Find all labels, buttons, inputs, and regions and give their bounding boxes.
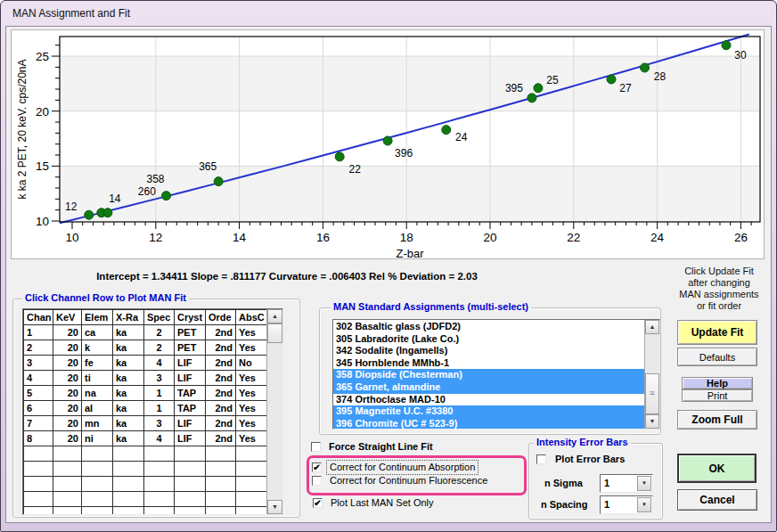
- channel-row[interactable]: 620alka1TAP2ndYes: [24, 401, 267, 416]
- table-empty-row[interactable]: [24, 446, 267, 462]
- standard-item[interactable]: 302 Basaltic glass (JDFD2): [333, 321, 644, 333]
- svg-text:27: 27: [619, 82, 632, 94]
- scroll-down-icon[interactable]: ▼: [645, 414, 659, 429]
- standard-item[interactable]: 345 Hornblende MMhb-1: [333, 357, 644, 370]
- force-straight-line-label[interactable]: Force Straight Line Fit: [329, 441, 433, 453]
- n-sigma-select[interactable]: 1 ▼: [600, 474, 653, 493]
- standards-listbox[interactable]: 302 Basaltic glass (JDFD2)305 Labradorit…: [332, 319, 660, 430]
- man-fit-plot[interactable]: 1012141618202224261015202512142603583652…: [11, 29, 765, 259]
- standard-item[interactable]: 365 Garnet, almandine: [333, 381, 644, 394]
- svg-text:26: 26: [734, 231, 748, 244]
- channel-table-group-title: Click Channel Row to Plot MAN Fit: [22, 292, 189, 303]
- grip-icon: ≡: [650, 389, 654, 397]
- table-scrollbar[interactable]: ▲ ▼: [266, 309, 282, 514]
- svg-text:12: 12: [149, 231, 162, 244]
- scroll-down-icon[interactable]: ▼: [267, 500, 282, 514]
- n-sigma-value: 1: [604, 478, 609, 488]
- svg-text:25: 25: [546, 74, 559, 86]
- scroll-up-icon[interactable]: ▲: [267, 309, 282, 323]
- title-bar[interactable]: MAN Assignment and Fit: [1, 1, 776, 27]
- continuum-fluorescence-checkbox[interactable]: [312, 476, 322, 486]
- standard-item[interactable]: 358 Diopside (Chesterman): [333, 369, 644, 381]
- svg-text:396: 396: [395, 147, 413, 160]
- note-line: after changing: [667, 277, 772, 289]
- channel-grid[interactable]: ChanKeVElemX-RaSpecCrystOrdeAbsC120caka2…: [23, 309, 267, 515]
- help-button[interactable]: Help: [682, 377, 753, 389]
- plot-error-bars-checkbox[interactable]: [536, 454, 546, 464]
- standard-item[interactable]: 396 Chromite (UC # 523-9): [333, 418, 644, 430]
- svg-text:Z-bar: Z-bar: [396, 247, 424, 258]
- channel-row[interactable]: 420tika3LIF2ndYes: [24, 371, 267, 386]
- update-fit-button[interactable]: Update Fit: [677, 320, 757, 345]
- ok-button[interactable]: OK: [677, 454, 757, 483]
- svg-text:260: 260: [138, 185, 156, 198]
- chevron-down-icon[interactable]: ▼: [637, 497, 651, 512]
- list-scrollbar[interactable]: ▲ ≡ ▼: [644, 320, 659, 429]
- svg-text:24: 24: [650, 231, 665, 244]
- svg-text:358: 358: [147, 173, 165, 185]
- channel-table[interactable]: ChanKeVElemX-RaSpecCrystOrdeAbsC120caka2…: [22, 308, 283, 515]
- table-empty-row[interactable]: [24, 462, 267, 477]
- window-title: MAN Assignment and Fit: [12, 7, 130, 20]
- channel-table-group: Click Channel Row to Plot MAN Fit ChanKe…: [12, 299, 300, 518]
- continuum-absorption-label[interactable]: Correct for Continuum Absorption: [327, 461, 478, 474]
- scrollbar-thumb[interactable]: ≡: [645, 373, 659, 414]
- svg-text:22: 22: [348, 163, 361, 176]
- channel-row[interactable]: 120caka2PET2ndYes: [24, 325, 267, 340]
- svg-text:15: 15: [36, 160, 49, 173]
- channel-row[interactable]: 720mnka3LIF2ndYes: [24, 416, 267, 431]
- svg-text:10: 10: [65, 231, 78, 244]
- chart-svg[interactable]: 1012141618202224261015202512142603583652…: [12, 30, 764, 258]
- svg-text:365: 365: [199, 160, 217, 173]
- standard-item[interactable]: 342 Sodalite (Ingamells): [333, 345, 644, 357]
- svg-text:14: 14: [233, 231, 247, 244]
- table-header-row: ChanKeVElemX-RaSpecCrystOrdeAbsC: [24, 310, 267, 325]
- standards-group-title: MAN Standard Assignments (multi-select): [331, 301, 531, 312]
- note-line: Click Update Fit: [667, 266, 772, 277]
- continuum-absorption-checkbox[interactable]: ✔: [312, 462, 322, 472]
- table-empty-row[interactable]: [24, 492, 267, 507]
- print-button[interactable]: Print: [682, 389, 753, 402]
- zoom-full-button[interactable]: Zoom Full: [677, 410, 757, 430]
- svg-text:12: 12: [65, 201, 78, 213]
- continuum-fluorescence-label[interactable]: Correct for Continuum Fluorescence: [330, 475, 487, 487]
- standard-item[interactable]: 305 Labradorite (Lake Co.): [333, 333, 644, 346]
- plot-last-man-label[interactable]: Plot Last MAN Set Only: [331, 497, 434, 509]
- note-line: or fit order: [667, 300, 772, 312]
- scrollbar-thumb[interactable]: [267, 323, 282, 343]
- svg-text:16: 16: [316, 231, 330, 244]
- n-spacing-select[interactable]: 1 ▼: [600, 495, 653, 514]
- svg-text:24: 24: [455, 131, 468, 143]
- force-straight-line-checkbox[interactable]: [311, 442, 321, 452]
- channel-row[interactable]: 820nika4LIF2ndYes: [24, 431, 267, 446]
- svg-text:22: 22: [567, 231, 580, 244]
- channel-row[interactable]: 520naka1TAP2ndYes: [24, 386, 267, 401]
- channel-row[interactable]: 320feka4LIF2ndNo: [24, 356, 267, 371]
- svg-text:395: 395: [505, 82, 523, 94]
- svg-text:10: 10: [36, 215, 49, 228]
- standard-item[interactable]: 374 Orthoclase MAD-10: [333, 394, 644, 406]
- note-line: MAN assignments: [667, 289, 772, 300]
- plot-error-bars-label[interactable]: Plot Error Bars: [555, 454, 625, 465]
- table-empty-row[interactable]: [24, 507, 267, 516]
- svg-text:30: 30: [734, 49, 747, 61]
- dialog-window: MAN Assignment and Fit 10121416182022242…: [0, 0, 777, 532]
- scroll-up-icon[interactable]: ▲: [645, 320, 659, 334]
- error-bars-group: Intensity Error Bars Plot Error Bars n S…: [528, 443, 663, 520]
- dialog-client-area: 1012141618202224261015202512142603583652…: [6, 27, 771, 522]
- n-spacing-label: n Spacing: [541, 499, 588, 511]
- svg-text:18: 18: [400, 231, 413, 244]
- n-spacing-value: 1: [604, 499, 609, 510]
- svg-text:k ka 2 PET, 20 keV. cps/20nA: k ka 2 PET, 20 keV. cps/20nA: [16, 60, 29, 200]
- defaults-button[interactable]: Defaults: [677, 348, 757, 366]
- table-empty-row[interactable]: [24, 477, 267, 492]
- cancel-button[interactable]: Cancel: [677, 489, 757, 511]
- svg-text:14: 14: [109, 192, 121, 205]
- plot-last-man-checkbox[interactable]: ✔: [313, 498, 323, 508]
- standard-item[interactable]: 395 Magnetite U.C. #3380: [333, 405, 644, 418]
- chevron-down-icon[interactable]: ▼: [637, 476, 651, 491]
- channel-row[interactable]: 220kka2PET2ndYes: [24, 340, 267, 356]
- update-fit-note: Click Update Fit after changing MAN assi…: [667, 266, 772, 312]
- svg-text:25: 25: [36, 50, 49, 63]
- error-bars-group-title: Intensity Error Bars: [534, 437, 631, 447]
